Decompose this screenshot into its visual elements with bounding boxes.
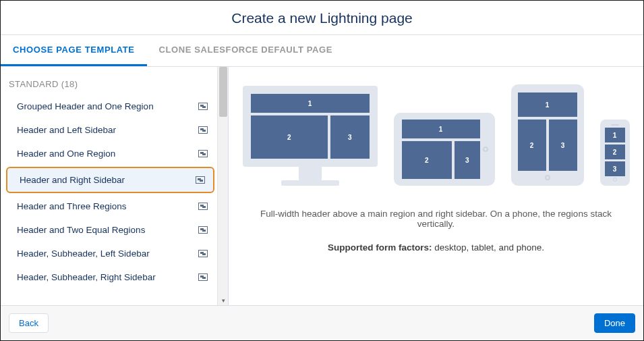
template-item[interactable]: Header and Left Sidebar <box>1 118 217 142</box>
template-item-selected[interactable]: Header and Right Sidebar <box>6 167 214 193</box>
modal-body: STANDARD (18) Grouped Header and One Reg… <box>1 67 643 305</box>
tablet-portrait-preview: 1 2 3 <box>511 84 584 186</box>
scrollbar[interactable]: ▾ <box>217 67 228 305</box>
template-label: Header and One Region <box>17 149 115 159</box>
scroll-thumb[interactable] <box>219 67 227 117</box>
template-label: Header and Two Equal Regions <box>17 225 145 235</box>
template-list: STANDARD (18) Grouped Header and One Reg… <box>1 67 217 305</box>
form-factors-value: desktop, tablet, and phone. <box>434 242 544 253</box>
monitor-stand <box>299 167 322 180</box>
phone-preview: 1 2 3 <box>600 120 630 186</box>
template-label: Header and Left Sidebar <box>17 125 116 135</box>
layout-icon <box>198 226 208 234</box>
layout-icon <box>198 150 208 157</box>
tab-clone-default[interactable]: CLONE SALESFORCE DEFAULT PAGE <box>147 35 345 66</box>
layout-icon <box>198 126 208 134</box>
modal-frame: Create a new Lightning page CHOOSE PAGE … <box>0 0 644 341</box>
region-1: 1 <box>402 120 480 138</box>
template-label: Header, Subheader, Left Sidebar <box>17 248 150 259</box>
template-label: Header and Three Regions <box>17 201 127 211</box>
back-button[interactable]: Back <box>9 313 49 333</box>
layout-icon <box>198 250 208 257</box>
region-2: 2 <box>605 145 625 159</box>
template-label: Grouped Header and One Region <box>17 101 154 111</box>
tab-bar: CHOOSE PAGE TEMPLATE CLONE SALESFORCE DE… <box>1 35 643 67</box>
region-1: 1 <box>605 128 625 142</box>
region-2: 2 <box>251 115 328 159</box>
layout-icon <box>198 203 208 210</box>
template-item[interactable]: Header and One Region <box>1 142 217 165</box>
layout-icon <box>198 273 208 281</box>
region-1: 1 <box>518 93 577 117</box>
template-item[interactable]: Header and Three Regions <box>1 194 217 218</box>
template-label: Header, Subheader, Right Sidebar <box>17 272 156 282</box>
home-button-icon <box>545 175 550 180</box>
monitor-base <box>281 180 339 186</box>
region-3: 3 <box>455 141 479 179</box>
form-factors-label: Supported form factors: <box>328 242 432 253</box>
region-1: 1 <box>251 94 370 113</box>
template-item[interactable]: Grouped Header and One Region <box>1 95 217 118</box>
template-item[interactable]: Header, Subheader, Left Sidebar <box>1 242 217 265</box>
template-label: Header and Right Sidebar <box>20 175 125 185</box>
modal-footer: Back Done <box>1 305 643 340</box>
home-button-icon <box>613 178 617 182</box>
done-button[interactable]: Done <box>594 313 635 333</box>
tab-choose-template[interactable]: CHOOSE PAGE TEMPLATE <box>1 35 147 66</box>
region-2: 2 <box>518 120 546 171</box>
tablet-landscape-preview: 1 2 3 <box>394 113 495 186</box>
region-3: 3 <box>330 115 369 159</box>
template-sidebar: STANDARD (18) Grouped Header and One Reg… <box>1 67 229 305</box>
device-previews: 1 2 3 1 2 3 <box>243 84 630 186</box>
layout-icon <box>198 103 208 110</box>
region-2: 2 <box>402 141 452 179</box>
section-header-standard: STANDARD (18) <box>1 67 217 95</box>
form-factors: Supported form factors: desktop, tablet,… <box>328 242 544 253</box>
template-preview: 1 2 3 1 2 3 <box>229 67 643 305</box>
home-button-icon <box>483 147 488 152</box>
region-3: 3 <box>605 161 625 176</box>
scroll-down-icon[interactable]: ▾ <box>218 296 229 305</box>
region-3: 3 <box>549 120 577 171</box>
modal-title: Create a new Lightning page <box>1 1 643 35</box>
layout-icon <box>196 176 205 184</box>
template-item[interactable]: Header and Two Equal Regions <box>1 218 217 242</box>
phone-speaker-icon <box>611 124 619 126</box>
template-item[interactable]: Header, Subheader, Right Sidebar <box>1 265 217 289</box>
template-description: Full-width header above a main region an… <box>242 209 630 229</box>
desktop-preview: 1 2 3 <box>243 86 378 186</box>
